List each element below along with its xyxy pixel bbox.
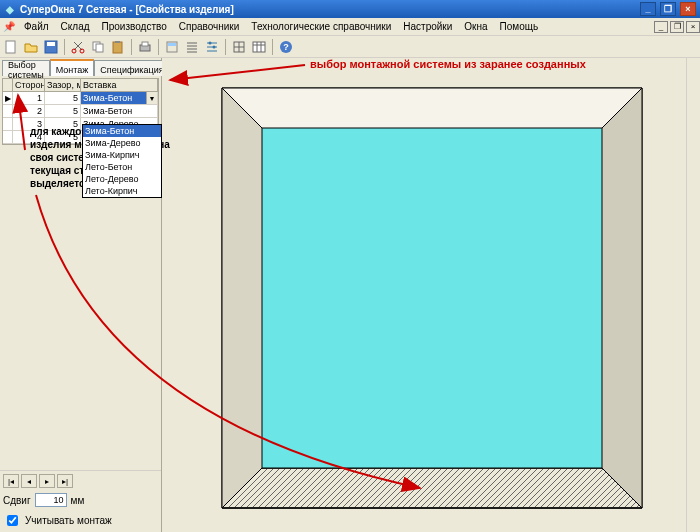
shift-row: Сдвиг мм — [3, 493, 158, 507]
svg-point-14 — [213, 45, 216, 48]
mdi-close-button[interactable]: × — [686, 21, 700, 33]
svg-rect-6 — [96, 44, 103, 52]
panel-footer: |◂ ◂ ▸ ▸| Сдвиг мм Учитывать монтаж — [0, 470, 161, 532]
save-button[interactable] — [42, 38, 60, 56]
svg-rect-2 — [47, 42, 55, 46]
mdi-minimize-button[interactable]: _ — [654, 21, 668, 33]
shift-label: Сдвиг — [3, 495, 31, 506]
separator — [225, 39, 226, 55]
svg-marker-25 — [222, 88, 642, 128]
svg-marker-26 — [222, 88, 262, 508]
open-button[interactable] — [22, 38, 40, 56]
cut-button[interactable] — [69, 38, 87, 56]
separator — [158, 39, 159, 55]
table-button[interactable] — [250, 38, 268, 56]
svg-rect-16 — [253, 42, 265, 52]
menu-windows[interactable]: Окна — [458, 19, 493, 34]
drawing-canvas[interactable] — [162, 58, 700, 532]
new-button[interactable] — [2, 38, 20, 56]
col-gap: Зазор, мм — [45, 79, 81, 91]
menu-production[interactable]: Производство — [96, 19, 173, 34]
nav-first-button[interactable]: |◂ — [3, 474, 19, 488]
dropdown-option[interactable]: Зима-Кирпич — [83, 149, 161, 161]
consider-mounting-label: Учитывать монтаж — [25, 515, 112, 526]
separator — [272, 39, 273, 55]
svg-rect-8 — [115, 41, 120, 43]
separator — [64, 39, 65, 55]
menu-warehouse[interactable]: Склад — [55, 19, 96, 34]
col-insert: Вставка — [81, 79, 158, 91]
window-title: СуперОкна 7 Сетевая - [Свойства изделия] — [20, 4, 234, 15]
tab-system-select[interactable]: Выбор системы — [2, 60, 50, 76]
menu-help[interactable]: Помощь — [494, 19, 545, 34]
row-pointer-icon — [3, 131, 13, 144]
nav-next-button[interactable]: ▸ — [39, 474, 55, 488]
calc-button[interactable] — [163, 38, 181, 56]
consider-mounting-checkbox[interactable] — [7, 515, 18, 526]
paste-button[interactable] — [109, 38, 127, 56]
config-button[interactable] — [203, 38, 221, 56]
cell-insert: Зима-Бетон — [81, 105, 158, 118]
workarea: Выбор системы Монтаж Спецификация Сторон… — [0, 58, 700, 532]
menu-references[interactable]: Справочники — [173, 19, 246, 34]
dropdown-option[interactable]: Зима-Дерево — [83, 137, 161, 149]
row-pointer-icon — [3, 118, 13, 131]
dropdown-option[interactable]: Зима-Бетон — [83, 125, 161, 137]
svg-marker-28 — [222, 468, 642, 508]
titlebar: ◆ СуперОкна 7 Сетевая - [Свойства издели… — [0, 0, 700, 18]
consider-mounting-row: Учитывать монтаж — [3, 512, 158, 529]
svg-rect-0 — [6, 41, 15, 53]
shift-unit: мм — [71, 495, 85, 506]
menu-settings[interactable]: Настройки — [397, 19, 458, 34]
svg-point-13 — [209, 41, 212, 44]
menu-tech-references[interactable]: Технологические справочники — [245, 19, 397, 34]
cell-side: 1 — [13, 92, 45, 105]
minimize-button[interactable]: _ — [640, 2, 656, 16]
dropdown-arrow-icon[interactable]: ▼ — [146, 92, 157, 104]
svg-rect-12 — [168, 43, 176, 46]
grid-button[interactable] — [230, 38, 248, 56]
toolbar: ? — [0, 36, 700, 58]
vertical-scrollbar[interactable] — [686, 58, 700, 532]
tab-spec[interactable]: Спецификация — [94, 60, 169, 76]
dropdown-option[interactable]: Лето-Дерево — [83, 173, 161, 185]
close-button[interactable]: × — [680, 2, 696, 16]
table-row[interactable]: 2 5 Зима-Бетон — [3, 105, 158, 118]
nav-last-button[interactable]: ▸| — [57, 474, 73, 488]
nav-prev-button[interactable]: ◂ — [21, 474, 37, 488]
svg-rect-7 — [113, 42, 122, 53]
row-pointer-icon: ▶ — [3, 92, 13, 105]
svg-marker-30 — [262, 128, 602, 468]
maximize-button[interactable]: ❐ — [660, 2, 676, 16]
nav-row: |◂ ◂ ▸ ▸| — [3, 474, 158, 488]
pin-icon[interactable]: 📌 — [2, 20, 16, 34]
dropdown-option[interactable]: Лето-Бетон — [83, 161, 161, 173]
copy-button[interactable] — [89, 38, 107, 56]
list-button[interactable] — [183, 38, 201, 56]
help-button[interactable]: ? — [277, 38, 295, 56]
product-drawing — [162, 58, 700, 532]
grid-header: Сторона Зазор, мм Вставка — [2, 78, 159, 92]
mdi-restore-button[interactable]: ❐ — [670, 21, 684, 33]
cell-side: 2 — [13, 105, 45, 118]
cell-gap: 5 — [45, 105, 81, 118]
panel-tabs: Выбор системы Монтаж Спецификация — [0, 58, 161, 76]
dropdown-option[interactable]: Лето-Кирпич — [83, 185, 161, 197]
cell-gap: 5 — [45, 92, 81, 105]
menubar: 📌 Файл Склад Производство Справочники Те… — [0, 18, 700, 36]
cell-insert[interactable]: Зима-Бетон▼ — [81, 92, 158, 105]
col-side: Сторона — [13, 79, 45, 91]
separator — [131, 39, 132, 55]
shift-input[interactable] — [35, 493, 67, 507]
svg-marker-27 — [602, 88, 642, 508]
print-button[interactable] — [136, 38, 154, 56]
menu-file[interactable]: Файл — [18, 19, 55, 34]
app-logo-icon: ◆ — [4, 3, 16, 15]
annotation-system-select: выбор монтажной системы из заранее созда… — [310, 58, 586, 70]
table-row[interactable]: ▶ 1 5 Зима-Бетон▼ — [3, 92, 158, 105]
svg-text:?: ? — [283, 42, 289, 52]
col-marker — [3, 79, 13, 91]
insert-dropdown[interactable]: Зима-Бетон Зима-Дерево Зима-Кирпич Лето-… — [82, 124, 162, 198]
tab-mounting[interactable]: Монтаж — [50, 59, 95, 76]
svg-rect-10 — [142, 42, 148, 46]
